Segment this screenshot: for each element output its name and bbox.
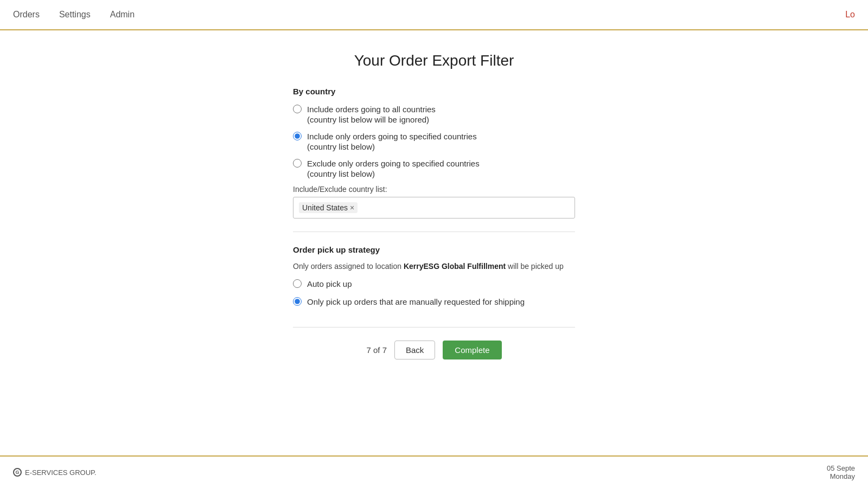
- footer-date-line1: 05 Septe: [827, 464, 855, 472]
- radio-manual-pickup[interactable]: [293, 297, 302, 306]
- form-container: By country Include orders going to all c…: [293, 87, 575, 359]
- radio-specified-include-label: Include only orders going to specified c…: [307, 131, 477, 142]
- header: Orders Settings Admin Lo: [0, 0, 868, 30]
- logout-link[interactable]: Lo: [845, 10, 855, 20]
- radio-option-manual-pickup[interactable]: Only pick up orders that are manually re…: [293, 296, 575, 307]
- nav-settings[interactable]: Settings: [59, 10, 91, 20]
- main-content: Your Order Export Filter By country Incl…: [0, 30, 868, 455]
- pickup-location-name: KerryESG Global Fulfillment: [404, 262, 506, 271]
- radio-option-specified-include[interactable]: Include only orders going to specified c…: [293, 131, 575, 151]
- by-country-title: By country: [293, 87, 575, 96]
- country-list-label: Include/Exclude country list:: [293, 185, 575, 194]
- radio-option-all-countries[interactable]: Include orders going to all countries (c…: [293, 104, 575, 124]
- radio-option-auto-pickup[interactable]: Auto pick up: [293, 278, 575, 290]
- radio-specified-include[interactable]: [293, 132, 302, 140]
- country-list-wrapper: Include/Exclude country list: United Sta…: [293, 185, 575, 219]
- radio-specified-exclude-label: Exclude only orders going to specified c…: [307, 158, 480, 169]
- radio-specified-exclude[interactable]: [293, 159, 302, 168]
- complete-button[interactable]: Complete: [443, 341, 501, 359]
- pickup-strategy-title: Order pick up strategy: [293, 245, 575, 254]
- radio-auto-pickup-label: Auto pick up: [307, 278, 352, 290]
- footer-date-line2: Monday: [827, 472, 855, 480]
- radio-specified-exclude-sublabel: (country list below): [307, 169, 480, 178]
- country-tag-label: United States: [302, 203, 348, 212]
- nav-row: 7 of 7 Back Complete: [293, 341, 575, 359]
- back-button[interactable]: Back: [394, 341, 435, 359]
- radio-specified-include-sublabel: (country list below): [307, 142, 477, 151]
- radio-auto-pickup[interactable]: [293, 279, 302, 288]
- footer-brand-label: E-SERVICES GROUP.: [25, 468, 97, 477]
- pickup-description-prefix: Only orders assigned to location: [293, 262, 404, 271]
- by-country-section: By country Include orders going to all c…: [293, 87, 575, 232]
- page-indicator: 7 of 7: [366, 345, 387, 355]
- footer-date: 05 Septe Monday: [827, 464, 855, 480]
- pickup-description-suffix: will be picked up: [506, 262, 564, 271]
- brand-icon: G: [13, 468, 22, 477]
- country-tag-input[interactable]: United States ×: [293, 197, 575, 219]
- nav-admin[interactable]: Admin: [110, 10, 135, 20]
- nav-orders[interactable]: Orders: [13, 10, 40, 20]
- footer: G E-SERVICES GROUP. 05 Septe Monday: [0, 455, 868, 488]
- radio-all-countries-sublabel: (country list below will be ignored): [307, 115, 436, 124]
- pickup-strategy-section: Order pick up strategy Only orders assig…: [293, 245, 575, 328]
- radio-manual-pickup-label: Only pick up orders that are manually re…: [307, 296, 525, 307]
- country-tag-united-states: United States ×: [299, 202, 358, 213]
- radio-all-countries[interactable]: [293, 105, 302, 113]
- footer-brand: G E-SERVICES GROUP.: [13, 468, 97, 477]
- main-nav: Orders Settings Admin: [13, 10, 135, 20]
- radio-all-countries-label: Include orders going to all countries: [307, 104, 436, 115]
- country-tag-remove[interactable]: ×: [350, 204, 354, 211]
- page-title: Your Order Export Filter: [354, 52, 514, 69]
- pickup-description: Only orders assigned to location KerryES…: [293, 262, 575, 271]
- radio-option-specified-exclude[interactable]: Exclude only orders going to specified c…: [293, 158, 575, 178]
